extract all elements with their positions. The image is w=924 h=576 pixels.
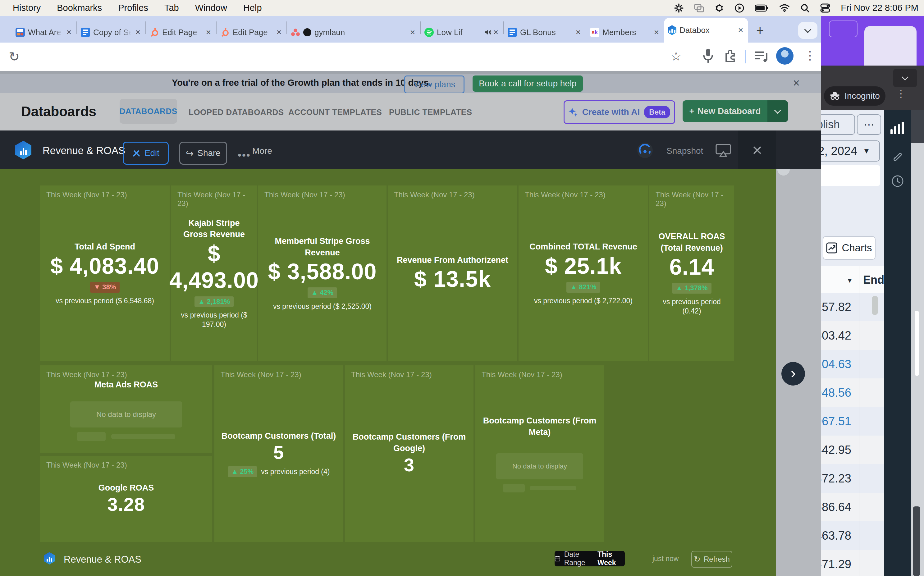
next-board-arrow[interactable]: › — [782, 362, 805, 386]
more-options-button[interactable]: ⋯ — [857, 114, 881, 135]
close-tab-icon[interactable]: × — [492, 27, 500, 37]
present-screen-icon[interactable] — [715, 144, 731, 157]
app-status-icon[interactable] — [674, 3, 684, 13]
collapse-button[interactable] — [893, 69, 917, 87]
browser-tab[interactable]: Copy of Se × — [77, 22, 145, 43]
scrollbar-thumb[interactable] — [915, 311, 919, 376]
close-tab-icon[interactable]: × — [574, 27, 582, 37]
dimmed-page-area — [776, 131, 821, 576]
nav-tab-databoards[interactable]: DATABOARDS — [120, 99, 177, 124]
browser-tab[interactable]: Edit Page × — [146, 22, 216, 43]
close-tab-icon[interactable]: × — [653, 27, 660, 37]
incognito-menu-icon[interactable]: ⋮ — [896, 88, 906, 99]
close-tab-icon[interactable]: × — [409, 27, 416, 37]
browser-tab-active[interactable]: Databox × — [664, 18, 748, 43]
view-plans-button[interactable]: View plans — [404, 75, 465, 93]
scrollbar-thumb-dark[interactable] — [913, 506, 920, 576]
metric-card-bootcamp-total[interactable]: This Week (Nov 17 - 23) Bootcamp Custome… — [214, 365, 343, 542]
close-tab-icon[interactable]: × — [737, 25, 745, 35]
menu-help[interactable]: Help — [243, 3, 262, 13]
menu-profiles[interactable]: Profiles — [118, 3, 148, 13]
metric-card-bootcamp-google[interactable]: This Week (Nov 17 - 23) Bootcamp Custome… — [345, 365, 473, 542]
media-controls-icon[interactable] — [755, 50, 769, 63]
metric-card-total-ad-spend[interactable]: This Week (Nov 17 - 23) Total Ad Spend $… — [40, 186, 169, 361]
spotlight-search-icon[interactable] — [800, 3, 810, 13]
close-tab-icon[interactable]: × — [134, 27, 142, 37]
edit-tools-icon — [132, 149, 141, 157]
browser-tab[interactable]: sk Members × — [586, 22, 664, 43]
trend-badge: ▲42% — [308, 287, 337, 298]
no-data-text: No data to display — [96, 410, 156, 419]
date-range-pill[interactable]: Date Range This Week — [555, 551, 625, 566]
screen-mirroring-icon[interactable] — [694, 4, 704, 13]
bookmark-star-icon[interactable]: ☆ — [670, 49, 682, 63]
refresh-button[interactable]: ↻ Refresh — [691, 551, 732, 568]
nav-tab-account-templates[interactable]: ACCOUNT TEMPLATES — [288, 107, 382, 117]
audio-playing-icon[interactable] — [484, 29, 492, 36]
metric-card-overall-roas[interactable]: This Week (Nov 17 - 23) OVERALL ROAS (To… — [649, 186, 734, 361]
close-tab-icon[interactable]: × — [205, 27, 212, 37]
table-scrollbar-thumb[interactable] — [872, 296, 878, 315]
wifi-icon[interactable] — [779, 4, 790, 12]
metric-card-kajabi[interactable]: This Week (Nov 17 - 23) Kajabi Stripe Gr… — [171, 186, 257, 361]
metric-card-authorizenet[interactable]: This Week (Nov 17 - 23) Revenue From Aut… — [388, 186, 517, 361]
more-button[interactable]: More — [252, 146, 272, 156]
footer-board-title: Revenue & ROAS — [64, 554, 141, 565]
close-databoard-button[interactable]: × — [738, 131, 776, 169]
card-value: 3 — [404, 454, 414, 476]
more-dots-icon[interactable]: ••• — [238, 149, 251, 161]
browser-tab[interactable]: GL Bonus × — [504, 22, 586, 43]
openai-icon[interactable] — [715, 3, 724, 13]
new-databoard-dropdown[interactable] — [767, 100, 788, 122]
menu-history[interactable]: History — [13, 3, 41, 13]
skool-favicon: sk — [590, 28, 599, 37]
metric-card-memberful[interactable]: This Week (Nov 17 - 23) Memberful Stripe… — [258, 186, 387, 361]
edit-button[interactable]: Edit — [123, 142, 169, 165]
new-tab-button[interactable]: + — [756, 23, 764, 38]
menubar-clock[interactable]: Fri Nov 22 8:06 PM — [841, 3, 918, 13]
page-divider — [0, 71, 821, 74]
extensions-icon[interactable] — [723, 49, 737, 63]
reload-button[interactable]: ↻ — [9, 49, 19, 64]
create-with-ai-button[interactable]: Create with AI Beta — [564, 100, 675, 124]
metric-card-combined-revenue[interactable]: This Week (Nov 17 - 23) Combined TOTAL R… — [518, 186, 648, 361]
new-databoard-button[interactable]: +New Databoard — [683, 100, 788, 122]
browser-menu-icon[interactable]: ⋮ — [804, 48, 816, 62]
sort-caret-icon[interactable]: ▼ — [846, 277, 853, 285]
close-tab-icon[interactable]: × — [65, 27, 73, 37]
metric-card-meta-roas[interactable]: This Week (Nov 17 - 23) Meta Ads ROAS No… — [40, 365, 212, 453]
play-status-icon[interactable] — [734, 3, 745, 13]
mic-icon[interactable] — [702, 48, 715, 64]
menu-bookmarks[interactable]: Bookmarks — [57, 3, 102, 13]
gauge-icon[interactable] — [637, 142, 653, 158]
metric-card-bootcamp-meta[interactable]: This Week (Nov 17 - 23) Bootcamp Custome… — [475, 365, 604, 542]
menu-tab[interactable]: Tab — [165, 3, 179, 13]
charts-button[interactable]: Charts — [823, 236, 876, 260]
history-tab-icon[interactable] — [891, 174, 904, 188]
metrics-tab-icon[interactable] — [890, 122, 905, 134]
browser-tab[interactable]: Low Lif × — [421, 22, 503, 43]
edit-tab-icon[interactable] — [891, 149, 904, 162]
profile-avatar[interactable] — [776, 47, 793, 65]
nav-tab-looped[interactable]: LOOPED DATABOARDS — [189, 107, 284, 117]
hubspot-favicon — [150, 28, 159, 37]
book-call-button[interactable]: Book a call for setup help — [473, 75, 583, 92]
browser-tab[interactable]: Edit Page × — [217, 22, 286, 43]
nav-tab-public-templates[interactable]: PUBLIC TEMPLATES — [389, 107, 472, 117]
banner-close-icon[interactable]: × — [793, 77, 800, 90]
snapshot-button[interactable]: Snapshot — [667, 146, 703, 156]
control-center-icon[interactable] — [820, 3, 830, 13]
close-tab-icon[interactable]: × — [275, 27, 283, 37]
browser-tab[interactable]: What Are T × — [12, 22, 77, 43]
background-active-tab[interactable] — [864, 26, 916, 66]
tab-search-button[interactable] — [798, 22, 817, 39]
tab-strip: What Are T × Copy of Se × Edit Page × Ed… — [0, 16, 821, 43]
background-tab-outline[interactable] — [829, 21, 857, 37]
card-value: $ 4,083.40 — [50, 253, 159, 279]
menu-window[interactable]: Window — [195, 3, 227, 13]
metric-card-google-roas[interactable]: This Week (Nov 17 - 23) Google ROAS 3.28 — [40, 456, 212, 542]
card-value: $ 25.1k — [545, 253, 622, 279]
plus-icon: + — [689, 106, 694, 116]
share-button[interactable]: ↪ Share — [179, 142, 227, 165]
browser-tab[interactable]: gymlaun × — [287, 22, 420, 43]
